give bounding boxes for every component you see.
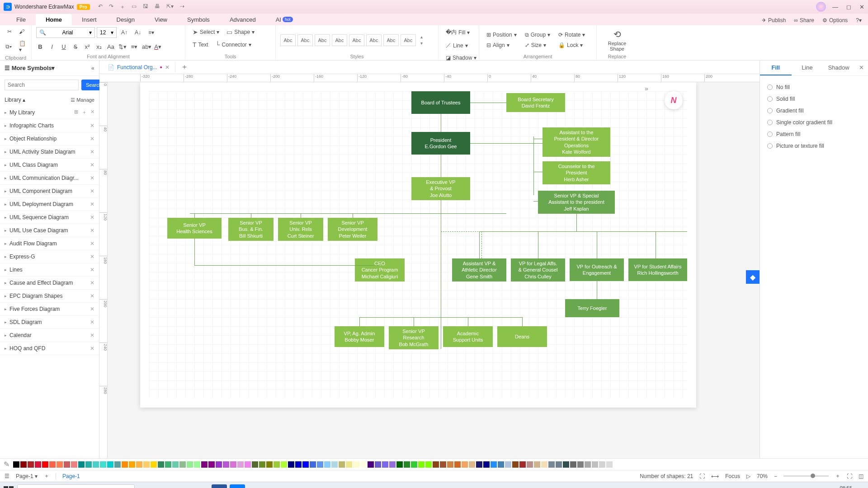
taskbar-search[interactable]: 🔍 Type here to search xyxy=(17,484,135,488)
rotate-menu[interactable]: ⟳ Rotate▾ xyxy=(556,30,588,39)
color-swatch[interactable] xyxy=(93,461,99,468)
fill-option[interactable]: Single color gradient fill xyxy=(767,117,861,128)
color-swatch[interactable] xyxy=(223,461,229,468)
org-node-svpur[interactable]: Senior VPUniv. RelsCurt Steiner xyxy=(278,218,323,241)
select-tool[interactable]: ➤Select▾ xyxy=(190,27,222,37)
paste-icon[interactable]: 📋▾ xyxy=(16,39,28,54)
color-swatch[interactable] xyxy=(187,461,193,468)
color-swatch[interactable] xyxy=(425,461,432,468)
eyedropper-icon[interactable]: ✎ xyxy=(4,460,9,469)
taskbar-app-edge[interactable]: ◉ xyxy=(175,484,191,488)
color-swatch[interactable] xyxy=(114,461,121,468)
style-gallery[interactable]: Abc Abc Abc Abc Abc Abc Abc Abc xyxy=(280,34,416,46)
sidebar-category-item[interactable]: ▸Calendar✕ xyxy=(0,329,99,342)
color-swatch[interactable] xyxy=(151,461,157,468)
increase-font-icon[interactable]: A↑ xyxy=(118,28,130,37)
org-node-vpstu[interactable]: VP for Student AffairsRich Hollingsworth xyxy=(628,258,687,281)
color-swatch[interactable] xyxy=(129,461,135,468)
format-pane-toggle-icon[interactable]: ◆ xyxy=(746,270,760,284)
org-node-svpbf[interactable]: Senior VPBus. & Fin.Bill Shkurti xyxy=(228,218,274,241)
page[interactable]: Board of TrusteesBoard SecretaryDavid Fr… xyxy=(140,82,696,408)
taskbar-app-word[interactable]: W xyxy=(212,484,227,488)
color-swatch[interactable] xyxy=(548,461,555,468)
color-swatch[interactable] xyxy=(498,461,504,468)
color-swatch[interactable] xyxy=(13,461,19,468)
sidebar-category-item[interactable]: ▸Infographic Charts✕ xyxy=(0,119,99,132)
sidebar-category-item[interactable]: ▸Five Forces Diagram✕ xyxy=(0,303,99,316)
publish-button[interactable]: ✈ Publish xyxy=(762,17,786,23)
remove-category-icon[interactable]: ✕ xyxy=(90,332,94,338)
decrease-font-icon[interactable]: A↓ xyxy=(132,28,144,37)
color-swatch[interactable] xyxy=(179,461,186,468)
color-swatch[interactable] xyxy=(404,461,410,468)
cut-icon[interactable]: ✂ xyxy=(5,27,14,36)
align-menu-icon[interactable]: ≡▾ xyxy=(146,28,157,37)
symbol-search-input[interactable] xyxy=(5,80,79,90)
italic-icon[interactable]: I xyxy=(48,43,56,50)
color-swatch[interactable] xyxy=(411,461,417,468)
user-avatar[interactable] xyxy=(816,2,826,12)
remove-category-icon[interactable]: ✕ xyxy=(90,136,94,142)
color-swatch[interactable] xyxy=(585,461,591,468)
bullets-icon[interactable]: ≡▾ xyxy=(130,43,138,50)
color-swatch[interactable] xyxy=(165,461,171,468)
color-swatch[interactable] xyxy=(433,461,439,468)
color-swatch[interactable] xyxy=(64,461,70,468)
color-swatch[interactable] xyxy=(353,461,359,468)
color-swatch[interactable] xyxy=(100,461,106,468)
remove-category-icon[interactable]: ✕ xyxy=(90,214,94,221)
remove-category-icon[interactable]: ✕ xyxy=(90,149,94,155)
taskbar-app-1[interactable]: 🦊 xyxy=(139,484,155,488)
lib-plus-icon[interactable]: ＋ xyxy=(82,109,87,116)
menu-symbols[interactable]: Symbols xyxy=(177,14,220,25)
color-swatch[interactable] xyxy=(201,461,208,468)
color-swatch[interactable] xyxy=(360,461,367,468)
fill-option[interactable]: Picture or texture fill xyxy=(767,140,861,152)
sidebar-category-item[interactable]: ▸UML Use Case Diagram✕ xyxy=(0,224,99,237)
remove-category-icon[interactable]: ✕ xyxy=(90,306,94,312)
redo-icon[interactable]: ↷ xyxy=(109,3,113,11)
rp-tab-line[interactable]: Line xyxy=(792,61,823,75)
taskbar-app-taskview[interactable]: ⊞ xyxy=(157,484,173,488)
remove-category-icon[interactable]: ✕ xyxy=(90,293,94,299)
sidebar-category-item[interactable]: ▸UML Activity State Diagram✕ xyxy=(0,145,99,159)
remove-category-icon[interactable]: ✕ xyxy=(90,319,94,325)
remove-category-icon[interactable]: ✕ xyxy=(90,227,94,234)
sidebar-category-item[interactable]: ▸UML Deployment Diagram✕ xyxy=(0,198,99,211)
color-swatch[interactable] xyxy=(78,461,85,468)
color-swatch[interactable] xyxy=(512,461,519,468)
color-swatch[interactable] xyxy=(194,461,200,468)
sidebar-category-item[interactable]: ▸UML Component Diagram✕ xyxy=(0,185,99,198)
fill-option[interactable]: No fill xyxy=(767,81,861,93)
org-node-svpspec[interactable]: Senior VP & SpecialAssistant to the pres… xyxy=(538,191,615,214)
page-tab[interactable]: Page-1 xyxy=(56,473,80,479)
fill-option[interactable]: Solid fill xyxy=(767,93,861,105)
font-size-select[interactable]: 12 ▾ xyxy=(97,27,117,38)
color-swatch[interactable] xyxy=(310,461,316,468)
sidebar-category-item[interactable]: ▸EPC Diagram Shapes✕ xyxy=(0,290,99,303)
org-node-svphs[interactable]: Senior VPHealth Sciences xyxy=(167,218,222,239)
color-swatch[interactable] xyxy=(35,461,41,468)
org-node-vplaw[interactable]: VP for Legal Affs.& General CouselChris … xyxy=(511,258,565,282)
close-tab-icon[interactable]: ✕ xyxy=(165,64,170,70)
undo-icon[interactable]: ↶ xyxy=(98,3,103,11)
color-swatch[interactable] xyxy=(527,461,533,468)
export-icon[interactable]: ⇱▾ xyxy=(166,3,174,11)
underline-icon[interactable]: U xyxy=(60,43,68,50)
sidebar-category-item[interactable]: ▸Cause and Effect Diagram✕ xyxy=(0,277,99,290)
color-swatch[interactable] xyxy=(339,461,345,468)
color-swatch[interactable] xyxy=(346,461,352,468)
fullscreen-icon[interactable]: ⛶ xyxy=(847,473,852,479)
org-node-deans[interactable]: Deans xyxy=(497,326,547,347)
bold-icon[interactable]: B xyxy=(36,43,44,50)
remove-category-icon[interactable]: ✕ xyxy=(90,267,94,273)
font-color-icon[interactable]: A▾ xyxy=(154,43,162,50)
page-list-icon[interactable]: ☰ xyxy=(5,473,9,479)
color-swatch[interactable] xyxy=(42,461,48,468)
zoom-in-icon[interactable]: ＋ xyxy=(835,472,840,480)
sidebar-category-item[interactable]: ▸UML Class Diagram✕ xyxy=(0,159,99,172)
color-swatch[interactable] xyxy=(136,461,142,468)
open-icon[interactable]: ▭ xyxy=(132,3,137,11)
color-swatch[interactable] xyxy=(216,461,222,468)
remove-category-icon[interactable]: ✕ xyxy=(90,162,94,168)
